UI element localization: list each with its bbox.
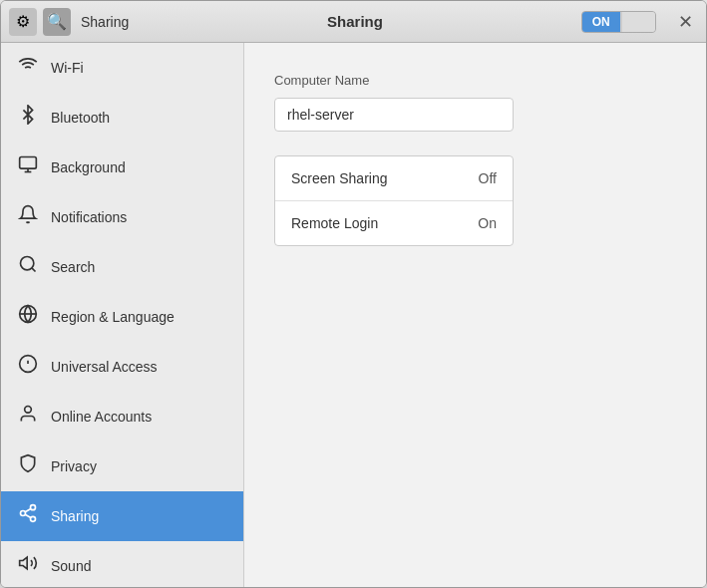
sharing-icon (17, 503, 39, 528)
wifi-icon (17, 55, 39, 80)
sidebar: Wi-Fi Bluetooth Background (1, 43, 244, 587)
toggle-on-button[interactable]: ON (582, 12, 620, 32)
titlebar: ⚙ 🔍 Sharing Sharing ON ✕ (1, 1, 706, 43)
app-title: Sharing (81, 14, 129, 30)
titlebar-right: ON ✕ (581, 9, 698, 35)
svg-point-10 (25, 407, 32, 414)
sidebar-item-notifications[interactable]: Notifications (1, 192, 243, 242)
search-icon[interactable]: 🔍 (43, 8, 71, 36)
sidebar-item-online-label: Online Accounts (51, 409, 152, 425)
sidebar-item-search[interactable]: Search (1, 242, 243, 292)
privacy-icon (17, 453, 39, 478)
svg-line-14 (25, 514, 31, 517)
screen-sharing-label: Screen Sharing (291, 170, 388, 186)
sidebar-item-wifi[interactable]: Wi-Fi (1, 43, 243, 93)
screen-sharing-status: Off (479, 170, 497, 186)
sidebar-item-bluetooth-label: Bluetooth (51, 110, 110, 126)
svg-point-3 (21, 257, 34, 270)
toggle-switch[interactable]: ON (581, 11, 656, 33)
svg-point-11 (31, 505, 36, 510)
main-content: Wi-Fi Bluetooth Background (1, 43, 706, 587)
sidebar-item-sound[interactable]: Sound (1, 541, 243, 587)
remote-login-label: Remote Login (291, 215, 378, 231)
notifications-icon (17, 204, 39, 229)
bluetooth-icon (17, 105, 39, 130)
sidebar-item-wifi-label: Wi-Fi (51, 60, 84, 76)
settings-window: ⚙ 🔍 Sharing Sharing ON ✕ Wi-Fi (0, 0, 707, 588)
sidebar-item-region-label: Region & Language (51, 309, 175, 325)
computer-name-input[interactable] (274, 98, 514, 132)
svg-point-12 (21, 511, 26, 516)
universal-access-icon (17, 354, 39, 379)
computer-name-label: Computer Name (274, 73, 676, 88)
online-accounts-icon (17, 404, 39, 429)
sidebar-item-notifications-label: Notifications (51, 209, 127, 225)
background-icon (17, 154, 39, 179)
titlebar-left: ⚙ 🔍 Sharing (9, 8, 129, 36)
svg-line-15 (25, 508, 31, 511)
svg-marker-16 (20, 557, 28, 569)
window-title: Sharing (129, 13, 580, 30)
remote-login-status: On (478, 215, 497, 231)
svg-point-13 (31, 516, 36, 521)
sharing-table: Screen Sharing Off Remote Login On (274, 155, 514, 246)
search-sidebar-icon (17, 254, 39, 279)
sharing-row-screen-sharing[interactable]: Screen Sharing Off (275, 156, 513, 201)
sidebar-item-privacy[interactable]: Privacy (1, 441, 243, 491)
svg-line-4 (32, 268, 36, 272)
content-area: Computer Name Screen Sharing Off Remote … (244, 43, 706, 587)
sidebar-item-online-accounts[interactable]: Online Accounts (1, 392, 243, 441)
sidebar-item-background-label: Background (51, 159, 126, 175)
svg-rect-0 (20, 157, 37, 169)
close-button[interactable]: ✕ (672, 9, 698, 35)
region-icon (17, 304, 39, 329)
sidebar-item-sound-label: Sound (51, 558, 91, 574)
sidebar-item-universal-access[interactable]: Universal Access (1, 342, 243, 392)
toggle-off-button[interactable] (622, 12, 655, 32)
sidebar-item-search-label: Search (51, 259, 95, 275)
sidebar-item-bluetooth[interactable]: Bluetooth (1, 93, 243, 143)
sidebar-item-region-language[interactable]: Region & Language (1, 292, 243, 342)
sidebar-item-universal-label: Universal Access (51, 359, 158, 375)
tools-icon[interactable]: ⚙ (9, 8, 37, 36)
sidebar-item-privacy-label: Privacy (51, 458, 97, 474)
sidebar-item-background[interactable]: Background (1, 143, 243, 192)
sharing-row-remote-login[interactable]: Remote Login On (275, 201, 513, 245)
sidebar-item-sharing-label: Sharing (51, 508, 99, 524)
sidebar-item-sharing[interactable]: Sharing (1, 491, 243, 541)
sound-icon (17, 553, 39, 578)
